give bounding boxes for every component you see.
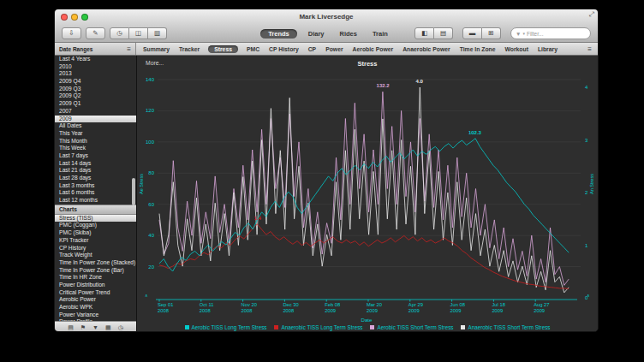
sidebar-toggle-button[interactable]: ◧: [414, 27, 434, 39]
sidebar-item-pmc-coggan-[interactable]: PMC (Coggan): [55, 222, 136, 229]
chart-icon[interactable]: ▦: [105, 324, 111, 331]
sidebar-item-2013[interactable]: 2013: [55, 70, 136, 78]
sidebar-item-2009-q4[interactable]: 2009 Q4: [55, 78, 136, 86]
sidebar-item-all-dates[interactable]: All Dates: [55, 122, 136, 130]
tab-summary[interactable]: Summary: [142, 46, 170, 52]
title-bar[interactable]: Mark Liversedge ⤢: [55, 9, 598, 25]
tile-view-button[interactable]: ▬: [462, 27, 482, 39]
sidebar-item-power-distribution[interactable]: Power Distribution: [55, 282, 136, 289]
tab-view-button[interactable]: ⊞: [482, 27, 501, 39]
tab-cp-history[interactable]: CP History: [268, 46, 300, 52]
sidebar-item-last-3-months[interactable]: Last 3 months: [55, 182, 136, 190]
sidebar-scrollbar-thumb[interactable]: [132, 178, 135, 205]
tab-library[interactable]: Library: [537, 46, 558, 52]
series-aerobic-tiss-short-term-stress: [159, 92, 569, 285]
sidebar-item-this-month[interactable]: This Month: [55, 138, 136, 145]
content: Last 4 Years201020132009 Q42009 Q32009 Q…: [55, 56, 598, 332]
sidebar-item-stress-tiss-[interactable]: Stress (TISS): [55, 215, 136, 223]
sidebar-item-this-year[interactable]: This Year: [55, 130, 136, 138]
sidebar-item-aerobic-power[interactable]: Aerobic Power: [55, 296, 136, 304]
legend-item: Aerobic TISS Long Term Stress: [185, 324, 267, 330]
y-left-tick-label: 140: [146, 77, 155, 82]
window-title: Mark Liversedge: [55, 9, 598, 25]
tab-aerobic-power[interactable]: Aerobic Power: [352, 46, 395, 52]
filter-placeholder: Filter...: [527, 31, 544, 37]
sidebar-header[interactable]: Date Ranges ≡: [55, 43, 136, 55]
view-tab-train[interactable]: Train: [368, 29, 392, 39]
sidebar-item-last-7-days[interactable]: Last 7 days: [55, 152, 136, 160]
sidebar-item-last-4-years[interactable]: Last 4 Years: [55, 56, 136, 63]
tab-tracker[interactable]: Tracker: [178, 46, 200, 52]
y-left-axis-title: Ae Stress: [139, 174, 144, 194]
sidebar-item-last-6-months[interactable]: Last 6 months: [55, 189, 136, 197]
sidebar-item-last-21-days[interactable]: Last 21 days: [55, 167, 136, 175]
tab-workout[interactable]: Workout: [504, 46, 528, 52]
tab-stress[interactable]: Stress: [208, 45, 238, 53]
zoom-button[interactable]: [81, 14, 88, 21]
minimize-button[interactable]: [71, 14, 78, 21]
x-tick-label: Nov 202008: [242, 302, 257, 313]
sidebar-item-time-in-hr-zone[interactable]: Time In HR Zone: [55, 274, 136, 282]
sidebar-item-2009-q2[interactable]: 2009 Q2: [55, 92, 136, 100]
clock-icon[interactable]: ◷: [118, 324, 123, 331]
toolbar-right: ◧▤ ▬⊞ ▼▾ Filter...: [414, 27, 591, 39]
tab-power[interactable]: Power: [325, 46, 343, 52]
lowbar-toggle-button[interactable]: ▤: [434, 27, 453, 39]
tab-time-in-zone[interactable]: Time In Zone: [459, 46, 497, 52]
x-tick-label: Oct 112008: [200, 302, 214, 313]
x-tick-label: Dec 302008: [283, 302, 298, 313]
legend-swatch: [461, 325, 465, 329]
sidebar-item-2009[interactable]: 2009: [55, 116, 136, 123]
split-button[interactable]: ◫: [129, 27, 148, 39]
trash-button[interactable]: ▥: [148, 27, 167, 39]
sidebar-item-kpi-tracker[interactable]: KPI Tracker: [55, 237, 136, 245]
x-tick-label: Aug 272009: [534, 302, 549, 313]
sidebar-item-2009-q1[interactable]: 2009 Q1: [55, 100, 136, 108]
bookmark-icon[interactable]: ⚑: [80, 324, 86, 331]
sidebar-item-cp-history[interactable]: CP History: [55, 245, 136, 252]
sidebar-item-power-variance[interactable]: Power Variance: [55, 312, 136, 319]
view-tab-diary[interactable]: Diary: [304, 29, 329, 39]
sidebar-section-charts[interactable]: Charts: [55, 205, 136, 215]
toolbar-group-panels: ◧▤: [414, 27, 453, 39]
sidebar-menu-icon[interactable]: ≡: [127, 45, 131, 53]
sidebar-item-last-14-days[interactable]: Last 14 days: [55, 160, 136, 168]
chart-canvas[interactable]: 2040608010012014001234∧∧Sep 012008Oct 11…: [137, 56, 599, 332]
edit-button[interactable]: ✎: [86, 27, 105, 39]
main-toolbar: ⇩ ✎ ◷◫▥ TrendsDiaryRidesTrain ◧▤ ▬⊞ ▼▾ F…: [55, 25, 598, 43]
close-button[interactable]: [61, 14, 68, 21]
sidebar-item-aerobic-wpk[interactable]: Aerobic WPK: [55, 304, 136, 312]
sidebar-item-time-in-power-zone-stacked-[interactable]: Time In Power Zone (Stacked): [55, 259, 136, 267]
tab-pmc[interactable]: PMC: [246, 46, 260, 52]
timer-button[interactable]: ◷: [110, 27, 129, 39]
tab-cp[interactable]: CP: [307, 46, 317, 52]
legend-label: Anaerobic TISS Short Term Stress: [468, 324, 550, 330]
view-tab-trends[interactable]: Trends: [260, 29, 297, 39]
sidebar-item-2010[interactable]: 2010: [55, 63, 136, 71]
sidebar-item-last-28-days[interactable]: Last 28 days: [55, 175, 136, 182]
sidebar-item-critical-power-trend[interactable]: Critical Power Trend: [55, 289, 136, 297]
fullscreen-icon[interactable]: ⤢: [589, 10, 594, 19]
sidebar-item-last-12-months[interactable]: Last 12 months: [55, 197, 136, 205]
filter-field[interactable]: ▼▾ Filter...: [510, 27, 591, 39]
sidebar-item-track-weight[interactable]: Track Weight: [55, 252, 136, 259]
sidebar-item-this-week[interactable]: This Week: [55, 145, 136, 152]
filter-icon[interactable]: ▼: [92, 324, 98, 330]
timer-icon: ◷: [116, 29, 122, 37]
view-tab-rides[interactable]: Rides: [335, 29, 361, 39]
tabbar-menu-icon[interactable]: ≡: [587, 45, 592, 53]
sidebar-item-pmc-skiba-[interactable]: PMC (Skiba): [55, 229, 136, 237]
y-right-tick-label: 4: [585, 85, 588, 90]
legend-label: Anaerobic TISS Long Term Stress: [281, 324, 362, 330]
legend-swatch: [370, 325, 374, 329]
sidebar-header-label: Date Ranges: [59, 46, 92, 52]
sidebar-toggle-icon: ◧: [421, 29, 427, 37]
tab-anaerobic-power[interactable]: Anaerobic Power: [402, 46, 451, 52]
sidebar-item-time-in-power-zone-bar-[interactable]: Time In Power Zone (Bar): [55, 267, 136, 275]
sidebar-item-2009-q3[interactable]: 2009 Q3: [55, 86, 136, 93]
sidebar: Last 4 Years201020132009 Q42009 Q32009 Q…: [55, 56, 137, 332]
download-button[interactable]: ⇩: [62, 27, 81, 39]
chart-legend: Aerobic TISS Long Term StressAnaerobic T…: [137, 324, 598, 330]
panel-icon[interactable]: ▤: [68, 324, 74, 331]
sidebar-item-2007[interactable]: 2007: [55, 108, 136, 116]
